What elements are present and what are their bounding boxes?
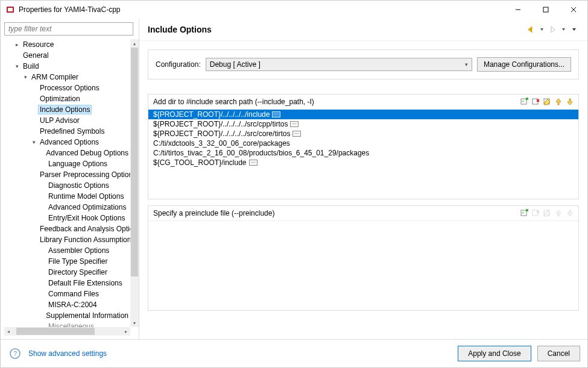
tree-item-misc[interactable]: Miscellaneous — [4, 321, 130, 327]
scroll-right-arrow-icon[interactable]: ▸ — [122, 327, 130, 335]
tree-item-runtime-model[interactable]: Runtime Model Options — [4, 191, 130, 202]
preinclude-section: Specify a preinclude file (--preinclude)… — [148, 205, 579, 311]
page-title: Include Options — [148, 25, 526, 34]
preinclude-label: Specify a preinclude file (--preinclude) — [153, 209, 519, 217]
back-menu-dropdown[interactable] — [537, 25, 546, 34]
help-button[interactable]: ? — [8, 346, 22, 361]
header-nav-icons — [526, 25, 579, 34]
svg-rect-3 — [543, 7, 548, 12]
tree-horizontal-scrollbar[interactable]: ◂ ▸ — [4, 327, 130, 335]
tree-item-default-file-ext[interactable]: Default File Extensions — [4, 278, 130, 288]
list-item[interactable]: C:/ti/tirtos_tivac_2_16_00_08/products/b… — [148, 148, 578, 158]
preinclude-toolbar: + — [519, 208, 575, 218]
ellipsis-icon: ⋯ — [249, 160, 258, 166]
configuration-box: Configuration: Debug [ Active ] ▾ Manage… — [148, 49, 579, 80]
tree-item-directory-spec[interactable]: Directory Specifier — [4, 267, 130, 278]
configuration-select[interactable]: Debug [ Active ] ▾ — [206, 58, 472, 71]
move-up-button — [554, 208, 563, 218]
minimize-button[interactable] — [504, 1, 532, 19]
include-path-header: Add dir to #include search path (--inclu… — [148, 95, 578, 110]
preinclude-list[interactable] — [148, 221, 578, 310]
tree-item-diagnostic-options[interactable]: Diagnostic Options — [4, 180, 130, 191]
tree-item-resource[interactable]: ▸Resource — [4, 39, 130, 50]
tree-item-feedback[interactable]: Feedback and Analysis Options — [4, 223, 130, 234]
tree-item-command-files[interactable]: Command Files — [4, 288, 130, 299]
ellipsis-icon: ⋯ — [292, 131, 301, 137]
show-advanced-settings-link[interactable]: Show advanced settings — [28, 349, 452, 358]
tree-item-build[interactable]: ▾Build — [4, 61, 130, 72]
tree-item-entry-exit[interactable]: Entry/Exit Hook Options — [4, 213, 130, 223]
add-button[interactable]: + — [519, 97, 529, 107]
footer: ? Show advanced settings Apply and Close… — [1, 339, 587, 367]
svg-rect-1 — [8, 8, 13, 11]
delete-button[interactable] — [531, 97, 540, 107]
svg-text:?: ? — [13, 350, 17, 357]
list-item[interactable]: C:/ti/xdctools_3_32_00_06_core/packages — [148, 139, 578, 148]
cancel-button[interactable]: Cancel — [537, 346, 580, 361]
tree-item-file-type[interactable]: File Type Specifier — [4, 256, 130, 267]
move-up-button[interactable] — [554, 97, 563, 107]
tree-item-optimization[interactable]: Optimization — [4, 93, 130, 104]
list-item[interactable]: ${PROJECT_ROOT}/../../../../src/cpp/tirt… — [148, 119, 578, 129]
tree-item-ulp-advisor[interactable]: ULP Advisor — [4, 115, 130, 126]
scroll-thumb[interactable] — [131, 48, 138, 276]
chevron-down-icon: ▾ — [13, 63, 21, 69]
add-button[interactable]: + — [519, 208, 529, 218]
scroll-thumb[interactable] — [16, 328, 95, 335]
close-button[interactable] — [560, 1, 587, 19]
tree-item-general[interactable]: General — [4, 50, 130, 61]
manage-configurations-button[interactable]: Manage Configurations... — [477, 57, 571, 72]
tree-vertical-scrollbar[interactable]: ▴ ▾ — [130, 39, 139, 327]
chevron-down-icon: ▾ — [30, 139, 38, 145]
ellipsis-icon: ⋯ — [290, 121, 299, 127]
edit-button[interactable] — [542, 97, 552, 107]
tree-item-advanced-optim[interactable]: Advanced Optimizations — [4, 202, 130, 213]
chevron-right-icon: ▸ — [13, 42, 21, 48]
tree-item-predefined-symbols[interactable]: Predefined Symbols — [4, 126, 130, 137]
tree-item-library-func[interactable]: Library Function Assumptions — [4, 234, 130, 245]
right-panel: Include Options Configuration: Debug [ A… — [139, 19, 587, 339]
include-path-toolbar: + — [519, 97, 575, 107]
list-item[interactable]: ${PROJECT_ROOT}/../../../../include⋯ — [148, 110, 578, 119]
apply-and-close-button[interactable]: Apply and Close — [458, 346, 531, 361]
back-button[interactable] — [526, 25, 536, 34]
tree-item-parser-preprocessing[interactable]: Parser Preprocessing Options — [4, 169, 130, 180]
include-path-section: Add dir to #include search path (--inclu… — [148, 94, 579, 199]
tree-item-advanced-debug[interactable]: Advanced Debug Options — [4, 148, 130, 158]
tree-item-assembler[interactable]: Assembler Options — [4, 245, 130, 256]
delete-button — [531, 208, 540, 218]
filter-input[interactable] — [4, 22, 133, 36]
preinclude-header: Specify a preinclude file (--preinclude)… — [148, 206, 578, 221]
list-item[interactable]: ${CG_TOOL_ROOT}/include⋯ — [148, 158, 578, 167]
list-item[interactable]: ${PROJECT_ROOT}/../../../../src/core/tir… — [148, 129, 578, 139]
titlebar: Properties for YAMI4-TivaC-cpp — [1, 1, 587, 19]
tree-item-arm-compiler[interactable]: ▾ARM Compiler — [4, 72, 130, 83]
view-menu-dropdown[interactable] — [569, 25, 579, 34]
tree-item-misra[interactable]: MISRA-C:2004 — [4, 299, 130, 310]
tree-item-advanced-options[interactable]: ▾Advanced Options — [4, 137, 130, 148]
window-controls — [504, 1, 587, 19]
include-path-label: Add dir to #include search path (--inclu… — [153, 98, 519, 106]
body-area: ▸Resource General ▾Build ▾ARM Compiler P… — [1, 19, 587, 339]
maximize-button[interactable] — [532, 1, 560, 19]
move-down-button — [565, 208, 575, 218]
forward-menu-dropdown[interactable] — [558, 25, 568, 34]
move-down-button[interactable] — [565, 97, 575, 107]
svg-text:+: + — [522, 99, 524, 104]
tree-scroll-region: ▸Resource General ▾Build ▾ARM Compiler P… — [4, 39, 139, 335]
app-icon — [5, 5, 15, 14]
tree-item-supplemental[interactable]: Supplemental Information — [4, 310, 130, 321]
page-header: Include Options — [139, 19, 587, 41]
scroll-up-arrow-icon[interactable]: ▴ — [130, 39, 139, 48]
left-panel: ▸Resource General ▾Build ▾ARM Compiler P… — [1, 19, 139, 339]
include-path-list[interactable]: ${PROJECT_ROOT}/../../../../include⋯ ${P… — [148, 110, 578, 199]
scroll-left-arrow-icon[interactable]: ◂ — [4, 327, 13, 335]
forward-button[interactable] — [548, 25, 557, 34]
configuration-label: Configuration: — [156, 60, 201, 69]
content-area: Configuration: Debug [ Active ] ▾ Manage… — [139, 41, 587, 339]
scroll-down-arrow-icon[interactable]: ▾ — [130, 319, 139, 327]
chevron-down-icon: ▾ — [465, 61, 468, 67]
tree-item-processor-options[interactable]: Processor Options — [4, 83, 130, 93]
tree-item-include-options[interactable]: Include Options — [4, 104, 130, 115]
tree-item-language-options[interactable]: Language Options — [4, 158, 130, 169]
